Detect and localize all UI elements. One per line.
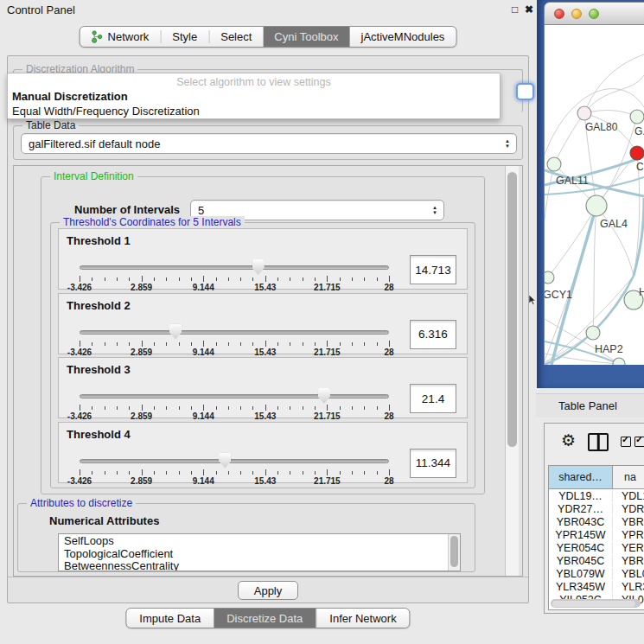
list-item[interactable]: SelfLoops xyxy=(64,535,446,548)
tick-mark xyxy=(154,406,155,410)
slider-thumb[interactable] xyxy=(219,453,231,469)
numerical-attributes-list[interactable]: SelfLoopsTopologicalCoefficientBetweenne… xyxy=(58,533,461,571)
cell-shared-name[interactable]: YBL079W xyxy=(549,568,613,580)
cell-name[interactable]: YPR1 xyxy=(613,529,644,541)
node-gal80[interactable] xyxy=(577,106,591,120)
threshold-2-slider[interactable]: -3.4262.8599.14415.4321.71528 xyxy=(80,327,389,354)
tick-label: 2.859 xyxy=(131,411,152,421)
node-gal11[interactable] xyxy=(547,157,561,171)
algorithm-combobox[interactable] xyxy=(516,83,534,100)
slider-track[interactable] xyxy=(80,265,389,270)
list-item[interactable]: BetweennessCentrality xyxy=(64,560,446,571)
column-layout-icon[interactable] xyxy=(588,433,609,451)
settings-gear-icon[interactable]: ⚙ xyxy=(561,430,576,450)
tick-mark xyxy=(228,406,229,410)
table-row[interactable]: YER054CYER0 xyxy=(549,541,644,554)
combobox-value: galFiltered.sif default node xyxy=(29,137,160,150)
threshold-value-box[interactable]: 6.316 xyxy=(410,320,456,349)
table-row[interactable]: YDR27…YDR2 xyxy=(549,502,644,515)
threshold-value-box[interactable]: 14.713 xyxy=(410,255,456,284)
cell-name[interactable]: YBR0 xyxy=(613,516,644,528)
cell-shared-name[interactable]: YLR345W xyxy=(549,581,613,593)
slider-track[interactable] xyxy=(80,394,389,399)
cell-name[interactable]: YLR3 xyxy=(613,581,644,593)
threshold-3-slider[interactable]: -3.4262.8599.14415.4321.71528 xyxy=(80,391,389,418)
window-close-button[interactable] xyxy=(554,9,564,19)
tick-mark xyxy=(203,341,204,347)
tab-select[interactable]: Select xyxy=(209,27,263,47)
cell-name[interactable]: YDL1 xyxy=(613,490,644,502)
tick-mark xyxy=(303,471,303,475)
node-bottom[interactable] xyxy=(613,358,625,365)
list-scrollbar[interactable] xyxy=(448,534,460,571)
threshold-value-box[interactable]: 11.344 xyxy=(410,449,456,478)
node-gal4[interactable] xyxy=(586,195,607,216)
cell-shared-name[interactable]: YBR043C xyxy=(549,516,613,528)
tab-network[interactable]: Network xyxy=(80,27,161,47)
cell-name[interactable]: YDR2 xyxy=(613,503,644,515)
cell-name[interactable]: YBL0 xyxy=(613,568,644,580)
node-red[interactable] xyxy=(630,146,644,160)
cell-name[interactable]: YBR0 xyxy=(613,555,644,567)
slider-thumb[interactable] xyxy=(252,259,265,275)
network-canvas[interactable]: GAL80G.GAL11CGAL4GCY1HHAP2 xyxy=(544,25,644,365)
checkbox-icon[interactable]: ✓ xyxy=(634,437,644,447)
cell-name[interactable]: YER0 xyxy=(613,542,644,554)
table-row[interactable]: YLR345WYLR3 xyxy=(549,580,644,593)
tab-style[interactable]: Style xyxy=(161,27,208,47)
node-hap2[interactable] xyxy=(586,326,600,340)
table-row[interactable]: YBR043CYBR0 xyxy=(549,515,644,528)
list-scrollbar-thumb[interactable] xyxy=(450,536,458,567)
tab-label: Style xyxy=(172,30,197,43)
table-panel-header: Table Panel xyxy=(536,393,644,418)
cell-shared-name[interactable]: YDR27… xyxy=(549,503,613,515)
threshold-4-slider[interactable]: -3.4262.8599.14415.4321.71528 xyxy=(80,456,389,483)
table-scrollbar-thumb[interactable] xyxy=(552,601,635,607)
cell-shared-name[interactable]: YER054C xyxy=(549,542,613,554)
slider-track[interactable] xyxy=(80,459,389,463)
node-gcy1[interactable] xyxy=(544,271,554,284)
dropdown-option-equal-width-frequency[interactable]: Equal Width/Frequency Discretization xyxy=(12,105,200,118)
tick-mark xyxy=(117,406,118,410)
window-zoom-button[interactable] xyxy=(589,9,599,19)
tab-impute-data[interactable]: Impute Data xyxy=(126,609,214,628)
cell-shared-name[interactable]: YPR145W xyxy=(549,529,613,541)
table-row[interactable]: YPR145WYPR1 xyxy=(549,528,644,541)
threshold-1-slider[interactable]: -3.4262.8599.14415.4321.71528 xyxy=(80,262,389,290)
table-row[interactable]: YDL19…YDL1 xyxy=(549,489,644,502)
slider-thumb[interactable] xyxy=(169,324,182,340)
table-row[interactable]: YBL079WYBL0 xyxy=(549,567,644,580)
tick-mark xyxy=(377,406,378,410)
tick-mark xyxy=(364,342,365,346)
threshold-value-box[interactable]: 21.4 xyxy=(410,384,456,413)
tick-mark xyxy=(179,342,180,346)
table-horizontal-scrollbar[interactable] xyxy=(551,599,641,608)
window-minimize-button[interactable] xyxy=(571,9,582,19)
cell-shared-name[interactable]: YDL19… xyxy=(549,490,613,502)
column-header-shared-name[interactable]: shared… xyxy=(549,466,613,488)
slider-thumb[interactable] xyxy=(318,388,330,404)
node-top-right[interactable] xyxy=(630,110,644,124)
tab-cyni-toolbox[interactable]: Cyni Toolbox xyxy=(263,27,349,47)
tab-jactivemnodules[interactable]: jActiveMNodules xyxy=(350,27,456,47)
column-header-name[interactable]: na xyxy=(613,466,644,488)
settings-scrollbar-thumb[interactable] xyxy=(507,172,517,447)
tab-infer-network[interactable]: Infer Network xyxy=(316,609,409,628)
apply-button[interactable]: Apply xyxy=(238,581,298,600)
table-row[interactable]: YBR045CYBR0 xyxy=(549,554,644,567)
slider-track[interactable] xyxy=(80,330,389,335)
checkbox-icon[interactable]: ✓ xyxy=(621,437,631,447)
node-label-gal11: GAL11 xyxy=(556,175,589,187)
settings-scrollbar[interactable] xyxy=(505,166,519,576)
close-panel-icon[interactable]: ✖ xyxy=(525,3,533,16)
table-data-combobox[interactable]: galFiltered.sif default node ▲▼ xyxy=(21,133,517,154)
tick-mark xyxy=(129,277,130,281)
cell-shared-name[interactable]: YBR045C xyxy=(549,555,613,567)
tick-mark xyxy=(228,277,229,281)
tick-mark xyxy=(389,276,390,282)
float-window-icon[interactable]: □ xyxy=(512,3,518,16)
tab-discretize-data[interactable]: Discretize Data xyxy=(214,609,316,628)
network-edge xyxy=(552,206,596,365)
dropdown-option-manual-discretization[interactable]: Manual Discretization xyxy=(12,90,128,103)
list-item[interactable]: TopologicalCoefficient xyxy=(64,548,446,561)
